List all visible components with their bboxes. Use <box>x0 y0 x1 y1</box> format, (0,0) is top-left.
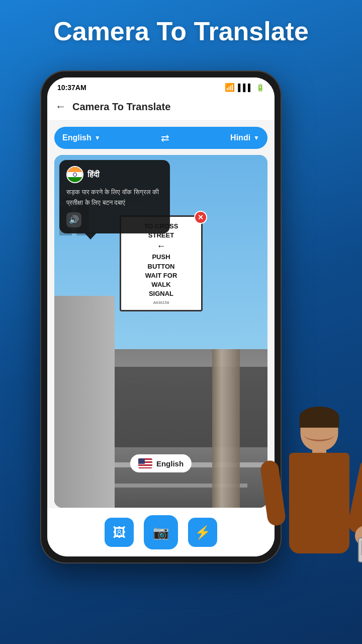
page-title: Camera To Translate <box>0 0 362 56</box>
sign-arrow-icon: ← <box>127 241 195 252</box>
more-button[interactable]: ⚡ <box>188 518 217 547</box>
phone-mockup: 10:37AM 📶 ▌▌▌ 🔋 ← Camera To Translate En… <box>40 70 282 564</box>
battery-icon: 🔋 <box>256 84 264 92</box>
translation-popup: हिंदी सड़क पार करने के लिए वॉक सिग्रल की… <box>59 160 170 233</box>
language-bar: English ▼ ⇄ Hindi ▼ <box>54 127 267 149</box>
source-language-label: English <box>62 133 92 142</box>
target-language-button[interactable]: Hindi ▼ <box>230 133 259 142</box>
english-label-text: English <box>156 459 184 468</box>
wifi-icon: 📶 <box>225 83 235 92</box>
sidewalk <box>54 296 115 508</box>
us-flag-icon <box>138 458 152 468</box>
popup-header: हिंदी <box>66 166 163 183</box>
person-smile <box>304 429 334 441</box>
english-label-bubble[interactable]: English <box>130 454 192 472</box>
status-time: 10:37AM <box>57 84 86 92</box>
more-icon: ⚡ <box>195 525 211 540</box>
popup-language-title: हिंदी <box>87 170 100 179</box>
person-illustration <box>246 382 362 644</box>
bottom-toolbar: 🖼 📷 ⚡ <box>47 508 275 556</box>
close-sign-button[interactable]: ✕ <box>194 211 207 224</box>
source-language-button[interactable]: English ▼ <box>62 133 101 142</box>
gallery-button[interactable]: 🖼 <box>105 518 134 547</box>
source-lang-dropdown-icon: ▼ <box>95 134 101 141</box>
popup-tail <box>84 233 97 239</box>
gallery-icon: 🖼 <box>113 525 126 540</box>
camera-view[interactable]: हिंदी सड़क पार करने के लिए वॉक सिग्रल की… <box>54 155 267 508</box>
target-lang-dropdown-icon: ▼ <box>253 134 259 141</box>
sign-line-3: PUSH <box>127 253 195 262</box>
sign-line-7: SIGNAL <box>127 289 195 298</box>
translated-text: सड़क पार करने के लिए वॉक सिग्रल की प्रती… <box>66 187 163 208</box>
person-body <box>289 453 349 553</box>
status-bar: 10:37AM 📶 ▌▌▌ 🔋 <box>47 77 275 95</box>
swap-languages-icon[interactable]: ⇄ <box>161 132 169 144</box>
status-icons: 📶 ▌▌▌ 🔋 <box>225 83 264 92</box>
sign-line-6: WALK <box>127 280 195 289</box>
signal-bars-icon: ▌▌▌ <box>238 84 253 92</box>
person-phone-prop <box>358 537 362 562</box>
sign-line-5: WAIT FOR <box>127 271 195 280</box>
camera-button[interactable]: 📷 <box>144 515 178 549</box>
back-button[interactable]: ← <box>55 100 66 113</box>
phone-screen: 10:37AM 📶 ▌▌▌ 🔋 ← Camera To Translate En… <box>47 77 275 556</box>
app-header: ← Camera To Translate <box>47 95 275 121</box>
target-language-label: Hindi <box>230 133 250 142</box>
sign-id: A838158 <box>127 300 195 305</box>
person-hair <box>300 407 339 428</box>
audio-button[interactable]: 🔊 <box>66 212 81 227</box>
app-header-title: Camera To Translate <box>72 101 170 113</box>
india-flag-icon <box>66 166 83 183</box>
person-left-arm <box>259 459 287 527</box>
sign-line-4: BUTTON <box>127 262 195 271</box>
camera-icon: 📷 <box>153 525 169 540</box>
